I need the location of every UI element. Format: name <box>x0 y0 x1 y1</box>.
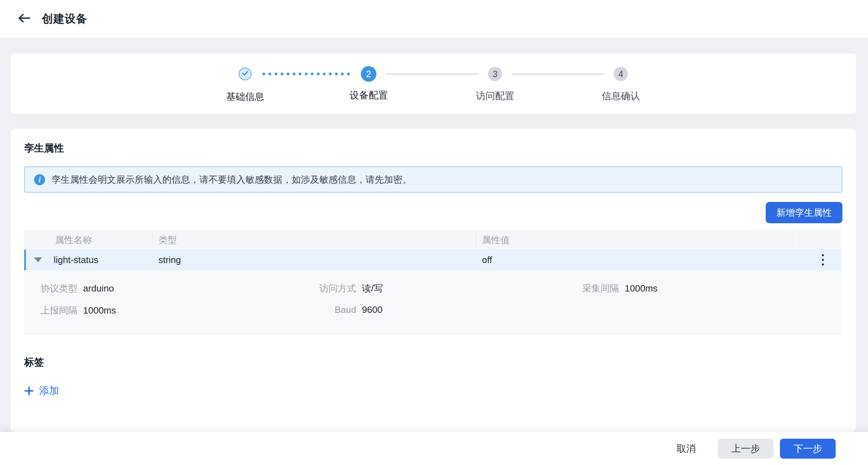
row-value-cell: off <box>476 255 799 266</box>
row-expanded-details: 协议类型 arduino 访问方式 读/写 采集间隔 1000ms 上报间隔 1… <box>24 270 841 334</box>
step-4-circle: 4 <box>614 67 628 81</box>
footer-bar: 取消 上一步 下一步 <box>0 432 868 465</box>
twin-alert-text: 孪生属性会明文展示所输入的信息，请不要填入敏感数据，如涉及敏感信息，请先加密。 <box>51 173 412 186</box>
row-action-cell <box>799 252 841 268</box>
next-step-button[interactable]: 下一步 <box>780 439 836 459</box>
step-3-circle: 3 <box>488 67 502 81</box>
column-header-action <box>799 231 841 249</box>
twin-info-alert: i 孪生属性会明文展示所输入的信息，请不要填入敏感数据，如涉及敏感信息，请先加密… <box>24 166 842 193</box>
plus-icon <box>24 386 34 396</box>
step-1-label: 基础信息 <box>226 90 264 103</box>
page-title: 创建设备 <box>42 11 87 26</box>
previous-step-button[interactable]: 上一步 <box>718 439 774 459</box>
back-button[interactable] <box>17 13 31 25</box>
cancel-button[interactable]: 取消 <box>677 442 696 455</box>
detail-protocol-type: 协议类型 arduino <box>24 282 301 295</box>
check-icon <box>240 69 250 79</box>
stepper-card: 基础信息 2 设备配置 3 访问配置 4 信息确认 <box>11 53 856 114</box>
info-icon: i <box>34 174 45 185</box>
step-2-circle: 2 <box>361 66 376 82</box>
arrow-left-icon <box>17 13 31 25</box>
stepper-connector-dotted <box>261 72 352 76</box>
stepper-connector-solid <box>386 74 479 75</box>
column-header-type: 类型 <box>153 231 476 249</box>
table-header-row: 属性名称 类型 属性值 <box>24 230 841 250</box>
main-card: 孪生属性 i 孪生属性会明文展示所输入的信息，请不要填入敏感数据，如涉及敏感信息… <box>11 129 856 432</box>
step-4-info-confirm: 4 信息确认 <box>614 67 628 81</box>
detail-access-mode: 访问方式 读/写 <box>301 282 566 295</box>
step-2-label: 设备配置 <box>349 89 388 102</box>
detail-report-interval: 上报间隔 1000ms <box>24 304 301 317</box>
detail-collect-interval: 采集间隔 1000ms <box>566 282 841 295</box>
property-name: light-status <box>54 255 98 266</box>
step-4-label: 信息确认 <box>602 90 640 102</box>
twin-properties-table: 属性名称 类型 属性值 light-status string off 协议类型… <box>24 230 841 334</box>
stepper-connector-solid <box>511 74 604 75</box>
top-header: 创建设备 <box>0 0 868 38</box>
table-row[interactable]: light-status string off <box>24 250 841 270</box>
triangle-down-icon[interactable] <box>34 257 42 262</box>
row-type-cell: string <box>153 255 476 266</box>
step-1-basic-info: 基础信息 <box>239 68 251 80</box>
detail-baud: Baud 9600 <box>301 304 566 317</box>
stepper: 基础信息 2 设备配置 3 访问配置 4 信息确认 <box>11 53 856 82</box>
column-header-name: 属性名称 <box>24 231 153 249</box>
table-bottom-border <box>24 334 841 334</box>
add-tag-label: 添加 <box>39 384 59 397</box>
step-1-circle <box>239 68 251 80</box>
step-2-device-config: 2 设备配置 <box>361 66 376 82</box>
add-twin-property-button[interactable]: 新增孪生属性 <box>766 202 842 223</box>
step-3-label: 访问配置 <box>476 90 514 102</box>
twin-properties-title: 孪生属性 <box>24 141 842 155</box>
tags-title: 标签 <box>24 356 842 369</box>
row-name-cell: light-status <box>24 255 153 266</box>
kebab-menu-icon[interactable] <box>820 252 826 268</box>
step-3-access-config: 3 访问配置 <box>488 67 502 81</box>
add-tag-link[interactable]: 添加 <box>24 384 59 397</box>
column-header-value: 属性值 <box>476 231 799 249</box>
